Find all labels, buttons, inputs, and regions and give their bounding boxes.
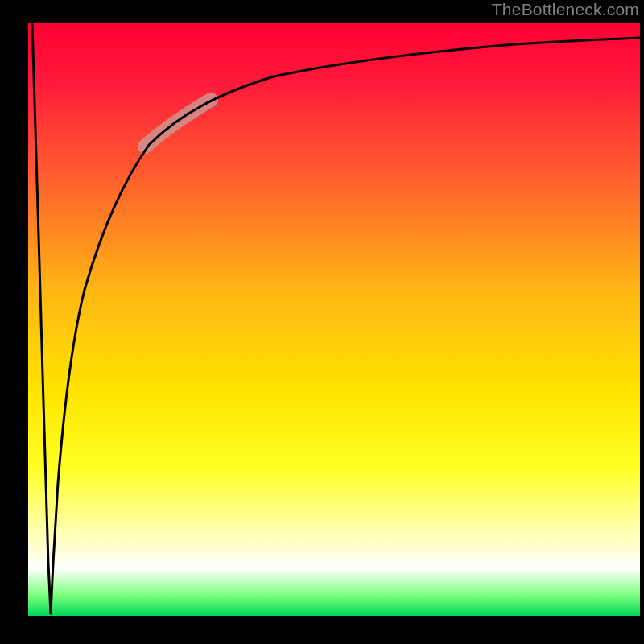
frame-bottom (0, 616, 644, 644)
plot-gradient-area (28, 23, 640, 616)
attribution-label: TheBottleneck.com (492, 0, 639, 19)
frame-right (640, 0, 644, 644)
chart-container: TheBottleneck.com (0, 0, 644, 644)
chart-svg (0, 0, 644, 644)
frame-left (0, 0, 28, 644)
